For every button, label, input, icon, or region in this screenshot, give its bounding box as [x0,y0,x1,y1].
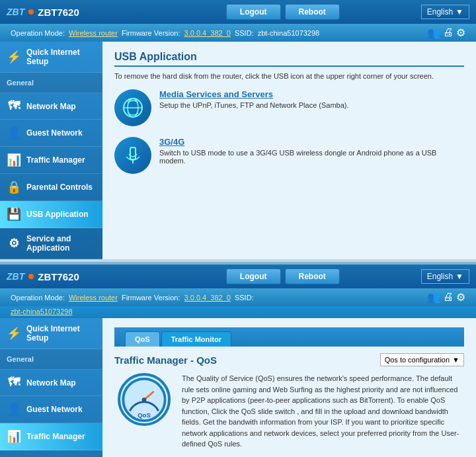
top-sidebar-item-general[interactable]: General [0,73,102,93]
bottom-logout-button[interactable]: Logout [226,269,281,284]
top-sidebar-label-traffic-manager: Traffic Manager [26,155,85,165]
top-logo-zbt: ZBT [7,7,24,17]
top-ssid-label: SSID: [235,29,254,37]
qos-speedometer-icon: QoS [118,373,171,426]
top-usb-application-icon: 💾 [7,207,21,222]
svg-point-7 [142,397,147,402]
top-service-icon: ⚙ [7,236,21,251]
bottom-sidebar-label-network-map: Network Map [26,378,76,388]
top-3g4g-icon [114,137,151,174]
top-lang-select[interactable]: English ▼ [421,5,469,19]
top-logo-area: ZBT ZBT7620 [7,7,145,18]
svg-text:QoS: QoS [138,411,151,418]
bottom-users-icon: 👥 [427,291,440,304]
top-usb-item-media: Media Services and Servers Setup the UPn… [114,89,464,126]
top-sidebar-item-parental-controls[interactable]: 🔒 Parental Controls [0,174,102,201]
qos-dropdown-value: Qos to configuration [385,356,450,364]
top-sidebar-label-guest-network: Guest Network [26,128,83,138]
bottom-main-content: QoS Traffic Monitor Traffic Manager - Qo… [102,318,476,457]
svg-rect-3 [130,147,136,159]
bottom-sidebar-label-general: General [7,355,34,363]
top-quick-setup-icon: ⚡ [7,50,21,64]
bottom-sidebar-label-quick-setup: Quick Internet Setup [26,324,96,343]
bottom-header-bar: ZBT ZBT7620 Logout Reboot English ▼ [0,265,476,288]
top-reboot-button[interactable]: Reboot [285,4,340,20]
top-3g4g-link[interactable]: 3G/4G [159,137,464,147]
top-usb-icon[interactable]: 🖨 [443,26,454,39]
bottom-content-area: ⚡ Quick Internet Setup General 🗺 Network… [0,318,476,457]
bottom-lang-select[interactable]: English ▼ [421,269,469,284]
top-sidebar-item-network-map[interactable]: 🗺 Network Map [0,93,102,120]
top-media-link[interactable]: Media Services and Servers [159,89,464,99]
top-traffic-manager-icon: 📊 [7,153,21,167]
bottom-info-icons: 👥 🖨 ⚙ [427,291,465,304]
bottom-sidebar-item-general[interactable]: General [0,349,102,370]
top-users-icon: 👥 [427,26,440,39]
top-3g4g-desc: Switch to USB mode to use a 3G/4G USB wi… [159,149,464,165]
bottom-panel: ZBT ZBT7620 Logout Reboot English ▼ Oper… [0,265,476,457]
top-guest-network-icon: 👤 [7,126,21,140]
top-panel: ZBT ZBT7620 Logout Reboot English ▼ Oper… [0,0,476,259]
top-sidebar-label-general: General [7,79,34,87]
bottom-reboot-button[interactable]: Reboot [285,269,340,284]
bottom-sidebar-item-quick-internet-setup[interactable]: ⚡ Quick Internet Setup [0,318,102,349]
top-sidebar-item-service-and-application[interactable]: ⚙ Service and Application [0,228,102,259]
qos-body: QoS The Quality of Service (QoS) ensures… [114,373,464,450]
bottom-network-map-icon: 🗺 [7,376,21,390]
top-page-title: USB Application [114,51,464,67]
top-op-mode-label: Operation Mode: [11,29,65,37]
bottom-firmware-value[interactable]: 3.0.0.4_382_0 [184,294,231,302]
bottom-op-mode-value[interactable]: Wireless router [69,294,118,302]
qos-header: Traffic Manager - QoS Qos to configurati… [114,353,464,366]
bottom-op-mode-label: Operation Mode: [11,294,65,302]
bottom-ssid-label: SSID: [235,294,254,302]
bottom-ssid-value[interactable]: zbt-china51073298 [11,308,73,315]
top-settings-icon[interactable]: ⚙ [456,26,465,39]
bottom-sidebar-label-guest-network: Guest Network [26,405,83,414]
top-sidebar-label-service: Service and Application [26,234,96,253]
qos-dropdown[interactable]: Qos to configuration ▼ [380,353,464,366]
top-sidebar-label-network-map: Network Map [26,102,76,111]
top-main-content: USB Application To remove the hard disk … [102,42,476,259]
bottom-model: ZBT7620 [38,271,79,282]
bottom-header-buttons: Logout Reboot [145,269,421,284]
top-page-desc: To remove the hard disk from the router,… [114,72,464,80]
bottom-firmware-label: Firmware Version: [122,294,180,302]
top-parental-controls-icon: 🔒 [7,180,21,194]
bottom-traffic-manager-icon: 📊 [7,429,21,444]
bottom-sidebar-item-traffic-manager[interactable]: 📊 Traffic Manager [0,423,102,450]
top-sidebar-item-usb-application[interactable]: 💾 USB Application [0,201,102,228]
bottom-logo-dot [28,274,34,279]
top-sidebar-label-usb-application: USB Application [26,210,89,219]
top-sidebar-item-quick-internet-setup[interactable]: ⚡ Quick Internet Setup [0,42,102,73]
bottom-sidebar-item-parental-controls[interactable]: 🔒 Parental Controls [0,450,102,457]
tab-qos[interactable]: QoS [125,331,160,347]
bottom-sidebar-item-network-map[interactable]: 🗺 Network Map [0,370,102,396]
top-logout-button[interactable]: Logout [226,4,281,20]
top-logo-dot [28,9,34,15]
top-media-text: Media Services and Servers Setup the UPn… [159,89,464,109]
top-firmware-value[interactable]: 3.0.0.4_382_0 [184,29,231,37]
qos-title: Traffic Manager - QoS [114,354,217,366]
top-op-mode-value[interactable]: Wireless router [69,29,118,37]
top-usb-item-3g4g: 3G/4G Switch to USB mode to use a 3G/4G … [114,137,464,174]
qos-description: The Quality of Service (QoS) ensures the… [182,373,464,450]
top-sidebar-label-parental-controls: Parental Controls [26,183,93,192]
bottom-lang-label: English [427,272,453,281]
bottom-guest-network-icon: 👤 [7,402,21,417]
bottom-lang-chevron-icon: ▼ [456,272,463,281]
bottom-usb-icon[interactable]: 🖨 [443,291,454,304]
bottom-quick-setup-icon: ⚡ [7,326,21,341]
tab-traffic-monitor[interactable]: Traffic Monitor [161,331,231,347]
top-network-map-icon: 🗺 [7,99,21,113]
tabs-bar: QoS Traffic Monitor [114,327,464,347]
bottom-info-left: Operation Mode: Wireless router Firmware… [11,294,254,302]
bottom-sidebar-item-guest-network[interactable]: 👤 Guest Network [0,396,102,423]
top-sidebar-item-traffic-manager[interactable]: 📊 Traffic Manager [0,147,102,174]
top-sidebar-item-guest-network[interactable]: 👤 Guest Network [0,120,102,147]
top-media-desc: Setup the UPnP, iTunes, FTP and Network … [159,101,464,109]
top-model: ZBT7620 [38,7,79,18]
top-header-buttons: Logout Reboot [145,4,421,20]
bottom-settings-icon[interactable]: ⚙ [456,291,465,304]
top-sidebar: ⚡ Quick Internet Setup General 🗺 Network… [0,42,102,259]
